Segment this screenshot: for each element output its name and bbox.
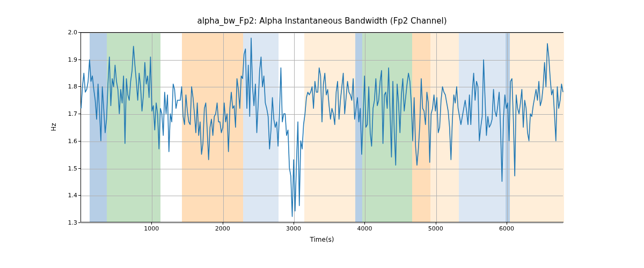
chart-title: alpha_bw_Fp2: Alpha Instantaneous Bandwi… [0, 16, 644, 26]
y-tick-mark [78, 114, 80, 114]
y-tick-label: 1.3 [68, 219, 78, 226]
y-axis-label: Hz [50, 123, 57, 131]
x-tick-mark [294, 222, 294, 225]
plot-area [80, 32, 564, 222]
gridline-horizontal [81, 223, 563, 224]
y-tick-label: 1.6 [68, 137, 78, 144]
x-tick-label: 3000 [286, 225, 301, 232]
x-tick-mark [223, 222, 223, 225]
y-tick-label: 1.4 [68, 192, 78, 199]
x-tick-mark [364, 222, 365, 225]
x-tick-mark [507, 222, 507, 225]
data-series-line [81, 38, 563, 217]
y-tick-label: 1.9 [68, 56, 78, 63]
y-tick-mark [78, 222, 80, 223]
y-tick-label: 1.7 [68, 110, 78, 117]
x-tick-label: 2000 [215, 225, 230, 232]
x-tick-mark [151, 222, 152, 225]
line-svg [81, 33, 563, 222]
y-tick-label: 1.8 [68, 83, 78, 90]
x-tick-label: 6000 [499, 225, 514, 232]
x-tick-label: 1000 [144, 225, 159, 232]
x-axis-label: Time(s) [310, 236, 334, 243]
y-tick-mark [78, 59, 80, 60]
x-tick-mark [436, 222, 436, 225]
y-tick-mark [78, 32, 80, 33]
x-tick-label: 4000 [357, 225, 372, 232]
y-tick-label: 2.0 [68, 29, 78, 36]
y-tick-mark [78, 141, 80, 142]
y-tick-mark [78, 168, 80, 169]
y-tick-mark [78, 195, 80, 196]
y-tick-mark [78, 86, 80, 87]
x-tick-label: 5000 [428, 225, 443, 232]
y-tick-label: 1.5 [68, 165, 78, 172]
